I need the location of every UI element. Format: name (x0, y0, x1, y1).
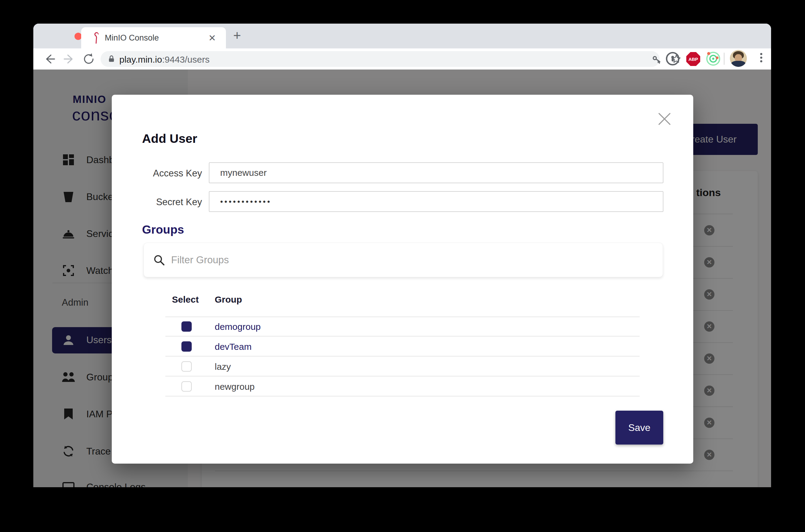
minio-favicon (91, 32, 102, 44)
group-checkbox-checked[interactable] (181, 341, 192, 352)
save-button[interactable]: Save (616, 411, 663, 444)
password-manager-extension-icon[interactable] (664, 51, 681, 67)
group-row-demogroup[interactable]: demogroup (165, 317, 640, 337)
avatar-shoulders (731, 61, 746, 67)
add-user-modal: Add User Access Key Secret Key Groups Se… (112, 95, 693, 463)
browser-tab[interactable]: MinIO Console ✕ (81, 27, 226, 49)
browser-toolbar: play.min.io:9443/users ABP (33, 49, 771, 70)
filter-groups-box (144, 243, 663, 277)
orbit-extension-icon[interactable] (705, 51, 721, 67)
tab-title: MinIO Console (105, 33, 159, 43)
group-name: lazy (215, 362, 231, 372)
group-name: devTeam (215, 342, 252, 352)
modal-close-icon[interactable] (657, 111, 672, 127)
tab-close-icon[interactable]: ✕ (208, 33, 216, 43)
secret-key-input[interactable] (209, 191, 663, 212)
group-name: newgroup (215, 382, 255, 392)
table-divider (165, 396, 640, 396)
toolbar-separator (724, 53, 725, 65)
url-path: :9443/users (162, 55, 209, 64)
lock-icon[interactable] (107, 55, 116, 63)
group-row-devteam[interactable]: devTeam (165, 337, 640, 357)
search-icon (153, 254, 166, 267)
key-icon[interactable] (652, 55, 661, 64)
url-text: play.min.io:9443/users (119, 55, 209, 65)
chrome-menu-icon[interactable] (754, 52, 768, 65)
group-name: demogroup (215, 322, 261, 332)
browser-window: MinIO Console ✕ + play.min.io:9443/users (33, 24, 771, 487)
save-button-label: Save (628, 422, 651, 433)
group-checkbox-unchecked[interactable] (181, 381, 192, 392)
group-row-lazy[interactable]: lazy (165, 357, 640, 377)
access-key-label: Access Key (112, 168, 202, 179)
new-tab-button[interactable]: + (233, 28, 241, 43)
group-row-newgroup[interactable]: newgroup (165, 377, 640, 396)
select-column-header: Select (165, 294, 205, 305)
screenshot-canvas: MinIO Console ✕ + play.min.io:9443/users (0, 0, 805, 532)
group-column-header: Group (215, 294, 242, 305)
access-key-input[interactable] (209, 163, 663, 183)
profile-avatar[interactable] (730, 50, 747, 67)
modal-title: Add User (142, 132, 197, 146)
page-content: MINIO console Dashboard Buckets (33, 70, 771, 487)
secret-key-label: Secret Key (112, 197, 202, 208)
traffic-light-close[interactable] (74, 33, 82, 40)
back-icon[interactable] (42, 52, 56, 66)
groups-heading: Groups (142, 223, 184, 236)
group-checkbox-checked[interactable] (181, 321, 192, 332)
filter-groups-input[interactable] (170, 251, 625, 268)
address-bar[interactable]: play.min.io:9443/users (100, 51, 660, 67)
url-host: play.min.io (119, 55, 162, 64)
tab-strip: MinIO Console ✕ + (33, 24, 771, 49)
forward-icon[interactable] (62, 52, 76, 66)
group-checkbox-unchecked[interactable] (181, 361, 192, 372)
reload-icon[interactable] (82, 52, 96, 66)
adblock-plus-extension-icon[interactable]: ABP (686, 52, 700, 66)
